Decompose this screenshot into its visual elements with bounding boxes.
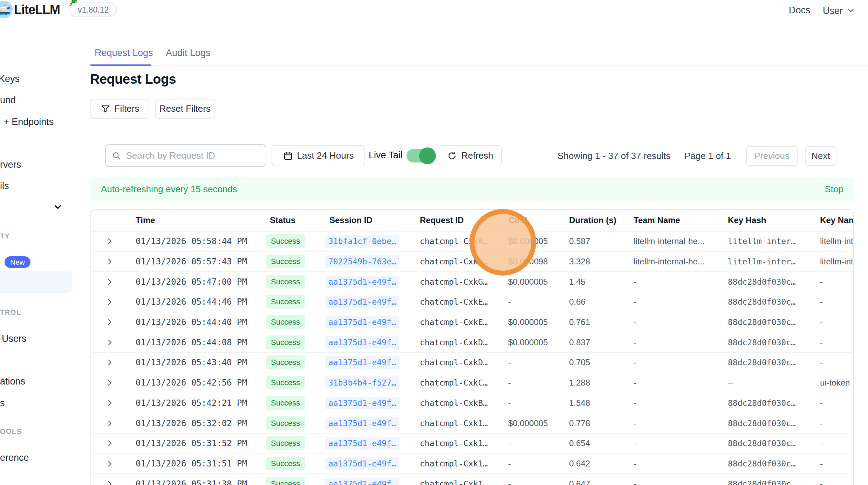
expand-chevron-right-icon[interactable]	[105, 338, 114, 347]
cell-team-name: -	[634, 317, 636, 327]
cell-cost: $0.000005	[508, 277, 548, 287]
cell-time: 01/13/2026 05:58:44 PM	[136, 236, 247, 246]
table-row[interactable]: 01/13/2026 05:31:51 PM Success aa1375d1-…	[91, 454, 853, 474]
status-badge: Success	[266, 376, 305, 389]
expand-chevron-right-icon[interactable]	[105, 439, 114, 448]
cell-request-id: chatcmpl-Cxk1…	[420, 459, 488, 468]
nav-user-menu[interactable]: User	[823, 5, 855, 16]
cell-time: 01/13/2026 05:43:40 PM	[136, 358, 247, 367]
cell-time: 01/13/2026 05:44:08 PM	[136, 338, 247, 347]
sidebar: Keys und + Endpoints rvers ils TY New TR…	[0, 20, 84, 485]
session-id-link[interactable]: 31bfa1cf-0ebe…	[325, 235, 399, 248]
refresh-button[interactable]: Refresh	[439, 145, 502, 166]
refresh-icon	[447, 151, 457, 161]
cell-key-hash: litellm-inter…	[728, 237, 796, 246]
sidebar-item-playground[interactable]: und	[0, 95, 16, 106]
expand-chevron-right-icon[interactable]	[105, 297, 114, 306]
cell-session-id: aa1375d1-e49f…	[325, 358, 399, 367]
sidebar-item-guardrails[interactable]: ils	[0, 181, 9, 192]
cell-duration: 0.761	[569, 317, 590, 327]
cell-session-id: aa1375d1-e49f…	[325, 439, 399, 448]
cell-time: 01/13/2026 05:31:38 PM	[136, 479, 247, 485]
session-id-link[interactable]: aa1375d1-e49f…	[325, 397, 399, 409]
expand-chevron-right-icon[interactable]	[105, 399, 114, 408]
session-id-link[interactable]: 31b3b4b4-f527…	[325, 376, 399, 389]
cell-team-name: -	[634, 297, 636, 307]
session-id-link[interactable]: aa1375d1-e49f…	[325, 457, 399, 470]
next-page-button[interactable]: Next	[805, 146, 836, 166]
col-header-session-id: Session ID	[329, 215, 373, 225]
session-id-link[interactable]: aa1375d1-e49f…	[325, 478, 399, 485]
time-range-button[interactable]: Last 24 Hours	[272, 145, 365, 166]
table-row[interactable]: 01/13/2026 05:44:40 PM Success aa1375d1-…	[91, 312, 853, 333]
cell-key-name: -	[820, 297, 823, 307]
table-row[interactable]: 01/13/2026 05:31:52 PM Success aa1375d1-…	[91, 434, 853, 454]
active-tab-underline	[90, 64, 151, 66]
results-summary: Showing 1 - 37 of 37 results	[558, 151, 670, 161]
cell-cost: $0.000005	[508, 317, 548, 327]
table-row[interactable]: 01/13/2026 05:32:02 PM Success aa1375d1-…	[91, 413, 853, 434]
nav-docs-link[interactable]: Docs	[789, 5, 811, 16]
search-input[interactable]	[126, 150, 259, 161]
sidebar-collapse-chevron-down-icon[interactable]	[53, 202, 63, 212]
funnel-icon	[101, 104, 110, 114]
cell-status: Success	[266, 459, 305, 468]
table-row[interactable]: 01/13/2026 05:31:38 PM Success aa1375d1-…	[91, 474, 853, 485]
tabs-bar: Request Logs Audit Logs	[90, 43, 868, 65]
sidebar-item-teams[interactable]: s	[0, 398, 5, 409]
sidebar-item-keys[interactable]: Keys	[0, 74, 20, 84]
expand-chevron-right-icon[interactable]	[105, 237, 114, 246]
cell-team-name: -	[634, 398, 636, 408]
expand-chevron-right-icon[interactable]	[105, 257, 114, 266]
expand-chevron-right-icon[interactable]	[105, 358, 114, 367]
sidebar-item-internal-users[interactable]: Users	[2, 333, 27, 344]
table-row[interactable]: 01/13/2026 05:44:46 PM Success aa1375d1-…	[91, 292, 853, 312]
sidebar-item-servers[interactable]: rvers	[0, 159, 21, 170]
cell-duration: 1.548	[569, 398, 590, 408]
table-row[interactable]: 01/13/2026 05:43:40 PM Success aa1375d1-…	[91, 353, 853, 373]
cell-time: 01/13/2026 05:32:02 PM	[136, 418, 247, 428]
cell-time: 01/13/2026 05:57:43 PM	[136, 257, 247, 266]
cell-cost: -	[508, 479, 511, 485]
cell-key-hash: 88dc28d0f030c…	[728, 479, 796, 485]
stop-auto-refresh-button[interactable]: Stop	[825, 184, 844, 195]
cell-cost: -	[508, 358, 511, 367]
table-row[interactable]: 01/13/2026 05:42:21 PM Success aa1375d1-…	[91, 393, 853, 414]
tab-request-logs[interactable]: Request Logs	[95, 48, 153, 58]
cell-key-hash: 88dc28d0f030c…	[728, 297, 796, 306]
expand-chevron-right-icon[interactable]	[105, 277, 114, 286]
table-row[interactable]: 01/13/2026 05:44:08 PM Success aa1375d1-…	[91, 332, 853, 353]
table-row[interactable]: 01/13/2026 05:47:00 PM Success aa1375d1-…	[91, 272, 853, 292]
cell-session-id: aa1375d1-e49f…	[325, 297, 399, 306]
sidebar-item-models-endpoints[interactable]: + Endpoints	[4, 117, 54, 127]
cell-duration: 0.647	[569, 479, 590, 485]
previous-page-button[interactable]: Previous	[746, 146, 798, 166]
reset-filters-button[interactable]: Reset Filters	[155, 99, 215, 119]
sidebar-item-logs-selected[interactable]	[0, 271, 72, 293]
session-id-link[interactable]: aa1375d1-e49f…	[325, 296, 399, 308]
tab-audit-logs[interactable]: Audit Logs	[166, 48, 211, 58]
cell-status: Success	[266, 399, 305, 408]
sidebar-item-organizations[interactable]: ations	[0, 376, 25, 387]
session-id-link[interactable]: aa1375d1-e49f…	[325, 356, 399, 369]
session-id-link[interactable]: aa1375d1-e49f…	[325, 417, 399, 430]
expand-chevron-right-icon[interactable]	[105, 378, 114, 387]
live-tail-toggle[interactable]	[406, 149, 434, 162]
session-id-link[interactable]: aa1375d1-e49f…	[325, 336, 399, 349]
filters-button[interactable]: Filters	[90, 99, 149, 119]
session-id-link[interactable]: aa1375d1-e49f…	[325, 316, 399, 328]
sidebar-item-api-reference[interactable]: erence	[0, 452, 29, 463]
cell-time: 01/13/2026 05:42:21 PM	[136, 398, 247, 408]
expand-chevron-right-icon[interactable]	[105, 459, 114, 468]
new-badge: New	[5, 256, 30, 268]
cell-request-id: chatcmpl-CxkE…	[420, 318, 488, 327]
cell-duration: 0.642	[569, 459, 590, 469]
expand-chevron-right-icon[interactable]	[105, 419, 114, 428]
session-id-link[interactable]: 7022549b-763e…	[325, 255, 399, 268]
session-id-link[interactable]: aa1375d1-e49f…	[325, 276, 399, 288]
session-id-link[interactable]: aa1375d1-e49f…	[325, 437, 399, 450]
cell-session-id: aa1375d1-e49f…	[325, 459, 399, 468]
expand-chevron-right-icon[interactable]	[105, 318, 114, 327]
expand-chevron-right-icon[interactable]	[105, 479, 114, 485]
table-row[interactable]: 01/13/2026 05:42:56 PM Success 31b3b4b4-…	[91, 373, 853, 393]
